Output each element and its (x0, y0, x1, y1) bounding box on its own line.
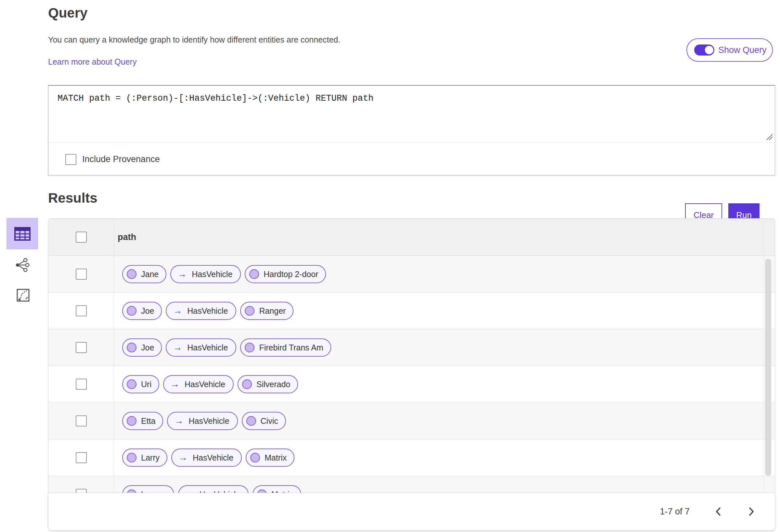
include-provenance-label: Include Provenance (82, 154, 160, 164)
select-all-checkbox[interactable] (76, 231, 87, 243)
path-cell: Joe → HasVehicle Firebird Trans Am (114, 338, 775, 357)
source-node-chip[interactable]: Joe (122, 302, 162, 320)
table-row: Joe → HasVehicle Ranger (48, 292, 775, 329)
row-checkbox[interactable] (76, 342, 87, 353)
tab-map-view[interactable] (16, 288, 30, 302)
path-cell: Jane → HasVehicle Hardtop 2-door (114, 265, 775, 283)
chevron-right-icon (748, 507, 754, 517)
chevron-left-icon (715, 507, 722, 517)
node-icon (127, 306, 137, 316)
prev-page-button[interactable] (714, 506, 723, 518)
path-cell: Larry → HasVehicle Matrix (114, 448, 775, 467)
relation-chip[interactable]: → HasVehicle (166, 338, 236, 357)
arrow-right-icon: → (179, 453, 188, 462)
path-cell: Joe → HasVehicle Ranger (114, 302, 775, 320)
table-row: Uri → HasVehicle Silverado (48, 366, 775, 403)
query-input[interactable]: MATCH path = (:Person)-[:HasVehicle]->(:… (48, 86, 775, 142)
source-node-label: Joe (141, 306, 154, 316)
relation-chip[interactable]: → HasVehicle (171, 448, 242, 467)
path-cell: Uri → HasVehicle Silverado (114, 375, 775, 393)
node-icon (242, 379, 252, 389)
row-checkbox[interactable] (76, 452, 87, 463)
arrow-right-icon: → (170, 380, 180, 389)
target-node-label: Civic (261, 416, 278, 426)
results-title: Results (48, 190, 97, 206)
table-row: Etta → HasVehicle Civic (48, 403, 775, 439)
tab-graph-view[interactable] (14, 257, 30, 273)
target-node-chip[interactable]: Civic (242, 412, 286, 430)
next-page-button[interactable] (747, 506, 756, 518)
table-view-icon (14, 227, 31, 241)
scrollbar-thumb[interactable] (765, 259, 771, 476)
relation-label: HasVehicle (185, 380, 225, 389)
node-icon (127, 343, 137, 353)
source-node-label: Joe (141, 343, 154, 353)
target-node-chip[interactable]: Matrix (246, 448, 294, 467)
target-node-chip[interactable]: Hardtop 2-door (245, 265, 326, 283)
source-node-chip[interactable]: Jane (122, 265, 166, 283)
table-body: Jane → HasVehicle Hardtop 2-door Joe → H… (48, 256, 775, 513)
source-node-chip[interactable]: Etta (122, 412, 163, 430)
source-node-chip[interactable]: Uri (122, 375, 159, 393)
target-node-chip[interactable]: Ranger (240, 302, 293, 320)
node-icon (245, 306, 254, 316)
arrow-right-icon: → (178, 270, 187, 279)
provenance-row: Include Provenance Clear Run (48, 143, 775, 176)
node-icon (245, 343, 254, 353)
column-divider (114, 219, 114, 514)
target-node-chip[interactable]: Silverado (238, 375, 298, 393)
table-header-row: path (48, 219, 775, 256)
row-checkbox[interactable] (76, 415, 87, 426)
target-node-label: Hardtop 2-door (263, 270, 318, 279)
query-description: You can query a knowledge graph to ident… (48, 35, 340, 45)
relation-label: HasVehicle (189, 416, 229, 426)
source-node-label: Uri (141, 380, 151, 389)
row-checkbox[interactable] (76, 379, 87, 390)
source-node-chip[interactable]: Joe (122, 338, 162, 357)
tab-table-view[interactable] (6, 218, 38, 250)
page-range-label: 1-7 of 7 (660, 507, 690, 517)
toggle-on-icon[interactable] (694, 45, 714, 56)
relation-chip[interactable]: → HasVehicle (163, 375, 234, 393)
node-icon (127, 269, 137, 279)
source-node-chip[interactable]: Larry (122, 448, 167, 467)
node-icon (127, 453, 137, 463)
learn-more-link[interactable]: Learn more about Query (48, 57, 137, 66)
relation-chip[interactable]: → HasVehicle (170, 265, 241, 283)
node-icon (246, 416, 256, 426)
relation-chip[interactable]: → HasVehicle (166, 302, 236, 320)
scrollbar-track (764, 219, 764, 513)
arrow-right-icon: → (173, 343, 182, 352)
source-node-label: Etta (141, 416, 155, 426)
table-row: Larry → HasVehicle Matrix (48, 439, 775, 476)
table-row: Joe → HasVehicle Firebird Trans Am (48, 329, 775, 366)
include-provenance-checkbox[interactable] (65, 154, 77, 165)
relation-label: HasVehicle (187, 306, 228, 316)
column-header-path: path (118, 232, 136, 242)
node-icon (127, 416, 137, 426)
target-node-label: Silverado (256, 380, 290, 389)
arrow-right-icon: → (173, 306, 182, 315)
node-icon (127, 379, 137, 389)
node-icon (249, 269, 259, 279)
target-node-chip[interactable]: Firebird Trans Am (240, 338, 331, 357)
query-editor-panel: MATCH path = (:Person)-[:HasVehicle]->(:… (48, 85, 775, 175)
results-table: path Jane → HasVehicle Hardtop 2-door (48, 218, 775, 514)
show-query-label: Show Query (718, 45, 767, 55)
relation-label: HasVehicle (193, 453, 233, 463)
row-checkbox[interactable] (76, 305, 87, 316)
pagination-bar: 1-7 of 7 (48, 493, 775, 530)
source-node-label: Jane (141, 270, 159, 279)
resize-handle-icon[interactable] (765, 132, 773, 141)
arrow-right-icon: → (174, 416, 183, 425)
show-query-toggle[interactable]: Show Query (686, 38, 773, 62)
page-title: Query (48, 5, 87, 21)
target-node-label: Firebird Trans Am (259, 343, 323, 353)
relation-chip[interactable]: → HasVehicle (167, 412, 238, 430)
row-checkbox[interactable] (76, 269, 87, 280)
path-cell: Etta → HasVehicle Civic (114, 412, 775, 430)
relation-label: HasVehicle (192, 270, 232, 279)
graph-view-icon (15, 258, 30, 272)
target-node-label: Ranger (259, 306, 286, 316)
target-node-label: Matrix (264, 453, 287, 463)
